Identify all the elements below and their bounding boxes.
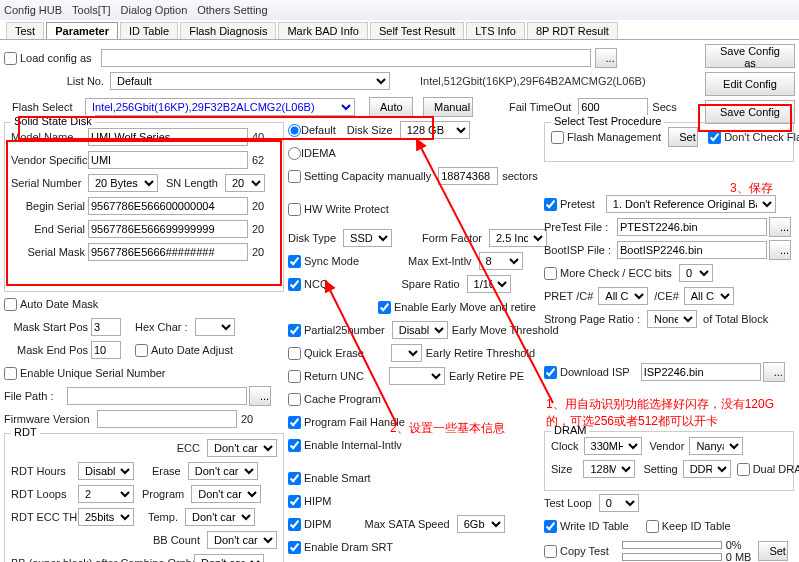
fail-timeout-input[interactable] xyxy=(578,98,648,116)
dipm-checkbox[interactable] xyxy=(288,518,301,531)
rdt-loops-select[interactable]: 2 xyxy=(78,485,134,503)
setting-capacity-checkbox[interactable] xyxy=(288,170,301,183)
form-factor-select[interactable]: 2.5 Inch xyxy=(489,229,547,247)
dram-vendor-select[interactable]: Nanya xyxy=(689,437,743,455)
download-isp-browse[interactable]: ... xyxy=(763,362,785,382)
manual-button[interactable]: Manual xyxy=(423,97,473,117)
tab-idtable[interactable]: ID Table xyxy=(120,22,178,39)
hipm-checkbox[interactable] xyxy=(288,495,301,508)
pretich-select[interactable]: All CH xyxy=(598,287,648,305)
tab-lts[interactable]: LTS Info xyxy=(466,22,525,39)
set-button[interactable]: Set xyxy=(668,127,698,147)
dualdram-checkbox[interactable] xyxy=(737,463,750,476)
test-loop-select[interactable]: 0 xyxy=(599,494,639,512)
serial-select[interactable]: 20 Bytes xyxy=(88,174,158,192)
flash-select-dropdown[interactable]: Intel,256Gbit(16KP),29F32B2ALCMG2(L06B) xyxy=(85,98,355,116)
menu-others[interactable]: Others Setting xyxy=(197,4,267,16)
pretest-select[interactable]: 1. Don't Reference Original Bad xyxy=(606,195,776,213)
rdt-bbcount-select[interactable]: Don't care xyxy=(207,531,277,549)
cache-checkbox[interactable] xyxy=(288,393,301,406)
rdt-bbsuper-select[interactable]: Don't care xyxy=(194,554,264,562)
menu-config-hub[interactable]: Config HUB xyxy=(4,4,62,16)
unique-serial-checkbox[interactable] xyxy=(4,367,17,380)
load-config-browse-button[interactable]: ... xyxy=(595,48,617,68)
er-pe-select[interactable] xyxy=(389,367,445,385)
rdt-hours-select[interactable]: Disable xyxy=(78,462,134,480)
max-sata-select[interactable]: 6Gb xyxy=(457,515,505,533)
pfh-checkbox[interactable] xyxy=(288,416,301,429)
smart-checkbox[interactable] xyxy=(288,472,301,485)
rdt-erase-select[interactable]: Don't care xyxy=(188,462,258,480)
pretest-file-input[interactable] xyxy=(617,218,767,236)
clock-select[interactable]: 330MHZ xyxy=(584,437,642,455)
strong-page-select[interactable]: None xyxy=(647,310,697,328)
capacity-input[interactable] xyxy=(438,167,498,185)
file-path-browse[interactable]: ... xyxy=(249,386,271,406)
early-move-checkbox[interactable] xyxy=(378,301,391,314)
tab-selftest[interactable]: Self Test Result xyxy=(370,22,464,39)
size-select[interactable]: 128M xyxy=(583,460,635,478)
hw-write-checkbox[interactable] xyxy=(288,203,301,216)
tab-test[interactable]: Test xyxy=(6,22,44,39)
download-isp-checkbox[interactable] xyxy=(544,366,557,379)
firmware-input[interactable] xyxy=(97,410,237,428)
setting-select[interactable]: DDR3 xyxy=(683,460,731,478)
bootisp-input[interactable] xyxy=(617,241,767,259)
tab-flashdiag[interactable]: Flash Diagnosis xyxy=(180,22,276,39)
pretest-checkbox[interactable] xyxy=(544,198,557,211)
partial25-checkbox[interactable] xyxy=(288,324,301,337)
edit-config-button[interactable]: Edit Config xyxy=(705,72,795,96)
pretest-file-browse[interactable]: ... xyxy=(769,217,791,237)
menu-dialog[interactable]: Dialog Option xyxy=(121,4,188,16)
keep-id-checkbox[interactable] xyxy=(646,520,659,533)
rdt-ecc-select[interactable]: Don't care xyxy=(207,439,277,457)
mask-end-input[interactable] xyxy=(91,341,121,359)
vendor-input[interactable] xyxy=(88,151,248,169)
save-config-as-button[interactable]: Save Config as xyxy=(705,44,795,68)
load-config-checkbox[interactable] xyxy=(4,52,17,65)
serial-mask-input[interactable] xyxy=(88,243,248,261)
disk-size-select[interactable]: 128 GB xyxy=(400,121,470,139)
tab-rdt[interactable]: 8P RDT Result xyxy=(527,22,618,39)
save-config-button[interactable]: Save Config xyxy=(705,100,795,124)
download-isp-input[interactable] xyxy=(641,363,761,381)
more-check-select[interactable]: 0 xyxy=(679,264,713,282)
edramsrt-checkbox[interactable] xyxy=(288,541,301,554)
rdt-program-select[interactable]: Don't care xyxy=(191,485,261,503)
eii-checkbox[interactable] xyxy=(288,439,301,452)
load-config-input[interactable] xyxy=(101,49,591,67)
quick-erase-checkbox[interactable] xyxy=(288,347,301,360)
idema-radio[interactable] xyxy=(288,147,301,160)
rdt-temp-select[interactable]: Don't care xyxy=(185,508,255,526)
default-radio[interactable] xyxy=(288,124,301,137)
write-id-checkbox[interactable] xyxy=(544,520,557,533)
menu-tools[interactable]: Tools[T] xyxy=(72,4,111,16)
end-serial-input[interactable] xyxy=(88,220,248,238)
dont-check-checkbox[interactable] xyxy=(708,131,721,144)
auto-button[interactable]: Auto xyxy=(369,97,413,117)
disk-type-select[interactable]: SSD xyxy=(343,229,392,247)
flash-mgmt-checkbox[interactable] xyxy=(551,131,564,144)
auto-adjust-checkbox[interactable] xyxy=(135,344,148,357)
model-name-input[interactable] xyxy=(88,128,248,146)
hex-char-select[interactable] xyxy=(195,318,235,336)
mask-start-input[interactable] xyxy=(91,318,121,336)
auto-date-mask-checkbox[interactable] xyxy=(4,298,17,311)
tab-parameter[interactable]: Parameter xyxy=(46,22,118,39)
return-unc-checkbox[interactable] xyxy=(288,370,301,383)
ncq-checkbox[interactable] xyxy=(288,278,301,291)
sync-checkbox[interactable] xyxy=(288,255,301,268)
copy-test-set-button[interactable]: Set xyxy=(758,541,788,561)
maxext-select[interactable]: 8 xyxy=(479,252,523,270)
spare-select[interactable]: 1/16 xyxy=(467,275,511,293)
ice-select[interactable]: All CE xyxy=(684,287,734,305)
begin-serial-input[interactable] xyxy=(88,197,248,215)
tab-markbad[interactable]: Mark BAD Info xyxy=(278,22,368,39)
more-check-checkbox[interactable] xyxy=(544,267,557,280)
er-thresh-select[interactable] xyxy=(391,344,422,362)
rdt-eccth-select[interactable]: 25bits xyxy=(78,508,134,526)
disable-select[interactable]: Disable xyxy=(392,321,448,339)
bootisp-browse[interactable]: ... xyxy=(769,240,791,260)
file-path-input[interactable] xyxy=(67,387,247,405)
copy-test-checkbox[interactable] xyxy=(544,545,557,558)
